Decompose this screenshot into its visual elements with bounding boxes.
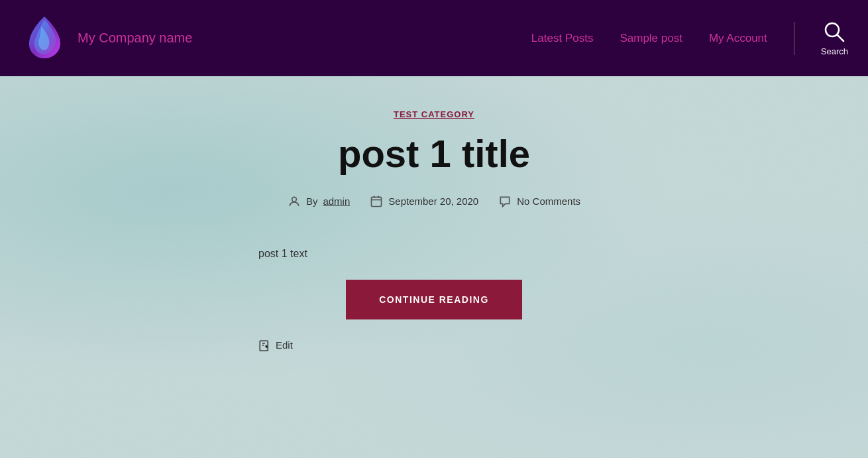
post-date: September 20, 2020 [388,196,478,207]
post-title: post 1 title [338,133,530,175]
nav-latest-posts[interactable]: Latest Posts [531,32,594,45]
search-icon [822,20,846,44]
search-label: Search [821,46,848,56]
site-header: My Company name Latest Posts Sample post… [0,0,868,76]
edit-link[interactable]: Edit [258,339,293,351]
nav-divider [794,22,794,55]
nav-my-account[interactable]: My Account [709,32,767,45]
edit-icon [258,339,270,351]
post-comments: No Comments [517,196,580,207]
nav-sample-post[interactable]: Sample post [620,32,682,45]
author-icon [288,195,301,208]
main-content: TEST CATEGORY post 1 title By admin Sept… [0,76,868,458]
post-author[interactable]: admin [323,196,350,207]
post-date-meta: September 20, 2020 [370,195,478,208]
post-body: post 1 text [258,248,307,260]
post-comments-meta: No Comments [498,195,580,208]
svg-rect-3 [372,197,382,206]
calendar-icon [370,195,383,208]
logo-link[interactable]: My Company name [20,13,192,63]
comment-icon [498,195,512,208]
company-name: My Company name [78,30,192,46]
post-meta: By admin September 20, 2020 No Comments [288,195,580,208]
edit-label: Edit [276,339,293,351]
author-prefix: By [306,196,318,207]
logo-icon [20,13,70,63]
svg-line-1 [837,34,843,41]
post-category[interactable]: TEST CATEGORY [394,109,474,119]
post-author-meta: By admin [288,195,350,208]
svg-point-2 [292,197,297,201]
search-button[interactable]: Search [821,20,848,56]
main-nav: Latest Posts Sample post My Account Sear… [531,20,848,56]
continue-reading-button[interactable]: CONTINUE READING [346,280,522,319]
